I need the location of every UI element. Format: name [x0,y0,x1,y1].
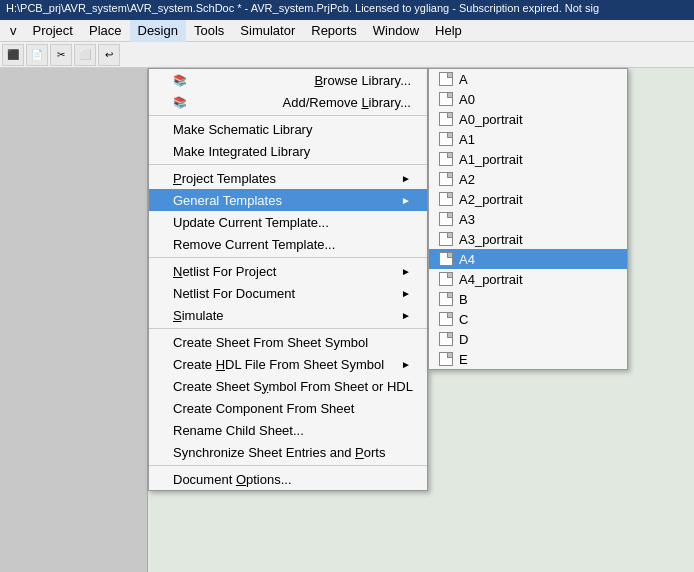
template-A3-icon [437,212,455,226]
template-E[interactable]: E [429,349,627,369]
menu-create-component[interactable]: Create Component From Sheet [149,397,427,419]
template-A1[interactable]: A1 [429,129,627,149]
menu-make-integrated-library[interactable]: Make Integrated Library [149,140,427,162]
template-A2[interactable]: A2 [429,169,627,189]
template-A2-portrait-icon [437,192,455,206]
menu-item-window[interactable]: Window [365,20,427,42]
template-A4[interactable]: A4 [429,249,627,269]
toolbar-btn-3[interactable]: ✂ [50,44,72,66]
netlist-document-arrow: ► [401,288,411,299]
menu-simulate[interactable]: Simulate ► [149,304,427,326]
template-A4-portrait[interactable]: A4_portrait [429,269,627,289]
netlist-for-project-label: Netlist For Project [173,264,276,279]
menu-update-current-template[interactable]: Update Current Template... [149,211,427,233]
template-D-icon [437,332,455,346]
title-bar: H:\PCB_prj\AVR_system\AVR_system.SchDoc … [0,0,694,20]
template-A4-icon [437,252,455,266]
template-A-icon [437,72,455,86]
document-options-label: Document Options... [173,472,292,487]
make-integrated-library-label: Make Integrated Library [173,144,310,159]
toolbar-btn-2[interactable]: 📄 [26,44,48,66]
template-A0-portrait-icon [437,112,455,126]
template-A2-icon [437,172,455,186]
template-A0[interactable]: A0 [429,89,627,109]
template-A3-label: A3 [459,212,475,227]
menu-browse-library[interactable]: 📚 Browse Library... [149,69,427,91]
make-schematic-library-label: Make Schematic Library [173,122,312,137]
template-A1-label: A1 [459,132,475,147]
template-A1-portrait-label: A1_portrait [459,152,523,167]
template-C[interactable]: C [429,309,627,329]
menu-item-design[interactable]: Design [130,20,186,42]
create-component-label: Create Component From Sheet [173,401,354,416]
template-A3-portrait-label: A3_portrait [459,232,523,247]
template-E-icon [437,352,455,366]
template-A2-portrait-label: A2_portrait [459,192,523,207]
menu-create-sheet-from-symbol[interactable]: Create Sheet From Sheet Symbol [149,331,427,353]
menu-item-simulator[interactable]: Simulator [232,20,303,42]
rename-child-sheet-label: Rename Child Sheet... [173,423,304,438]
menu-bar: v Project Place Design Tools Simulator R… [0,20,694,42]
template-A0-portrait-label: A0_portrait [459,112,523,127]
templates-submenu: A A0 A0_portrait A1 A1_portrait [428,68,628,370]
netlist-project-arrow: ► [401,266,411,277]
project-templates-label: Project Templates [173,171,276,186]
template-D[interactable]: D [429,329,627,349]
menu-netlist-for-document[interactable]: Netlist For Document ► [149,282,427,304]
menu-item-reports[interactable]: Reports [303,20,365,42]
menu-add-remove-library[interactable]: 📚 Add/Remove Library... [149,91,427,113]
divider-1 [149,115,427,116]
menu-general-templates[interactable]: General Templates ► [149,189,427,211]
left-panel [0,68,148,572]
template-A3-portrait[interactable]: A3_portrait [429,229,627,249]
template-D-label: D [459,332,468,347]
design-dropdown-menu: 📚 Browse Library... 📚 Add/Remove Library… [148,68,428,491]
menu-create-hdl-file[interactable]: Create HDL File From Sheet Symbol ► [149,353,427,375]
toolbar-btn-1[interactable]: ⬛ [2,44,24,66]
menu-item-tools[interactable]: Tools [186,20,232,42]
toolbar-btn-4[interactable]: ⬜ [74,44,96,66]
menu-project-templates[interactable]: Project Templates ► [149,167,427,189]
menu-item-view[interactable]: v [2,20,25,42]
browse-library-label: Browse Library... [314,73,411,88]
template-A4-portrait-label: A4_portrait [459,272,523,287]
content-area: 📚 Browse Library... 📚 Add/Remove Library… [0,68,694,572]
toolbar-btn-5[interactable]: ↩ [98,44,120,66]
menu-synchronize-sheet-entries[interactable]: Synchronize Sheet Entries and Ports [149,441,427,463]
create-sheet-from-symbol-label: Create Sheet From Sheet Symbol [173,335,368,350]
template-A0-portrait[interactable]: A0_portrait [429,109,627,129]
netlist-for-document-label: Netlist For Document [173,286,295,301]
template-C-icon [437,312,455,326]
menu-create-sheet-symbol[interactable]: Create Sheet Symbol From Sheet or HDL [149,375,427,397]
toolbar: ⬛ 📄 ✂ ⬜ ↩ [0,42,694,68]
create-hdl-file-label: Create HDL File From Sheet Symbol [173,357,384,372]
menu-item-place[interactable]: Place [81,20,130,42]
update-current-template-label: Update Current Template... [173,215,329,230]
menu-netlist-for-project[interactable]: Netlist For Project ► [149,260,427,282]
template-A2-label: A2 [459,172,475,187]
template-A0-icon [437,92,455,106]
template-A1-portrait-icon [437,152,455,166]
template-B[interactable]: B [429,289,627,309]
general-templates-arrow: ► [401,195,411,206]
template-A2-portrait[interactable]: A2_portrait [429,189,627,209]
menu-item-project[interactable]: Project [25,20,81,42]
template-A[interactable]: A [429,69,627,89]
template-A1-icon [437,132,455,146]
menu-rename-child-sheet[interactable]: Rename Child Sheet... [149,419,427,441]
template-A3-portrait-icon [437,232,455,246]
template-C-label: C [459,312,468,327]
menu-remove-current-template[interactable]: Remove Current Template... [149,233,427,255]
simulate-arrow: ► [401,310,411,321]
template-A3[interactable]: A3 [429,209,627,229]
divider-5 [149,465,427,466]
menu-make-schematic-library[interactable]: Make Schematic Library [149,118,427,140]
title-text: H:\PCB_prj\AVR_system\AVR_system.SchDoc … [6,2,599,14]
template-B-label: B [459,292,468,307]
template-A0-label: A0 [459,92,475,107]
remove-current-template-label: Remove Current Template... [173,237,335,252]
menu-item-help[interactable]: Help [427,20,470,42]
menu-document-options[interactable]: Document Options... [149,468,427,490]
template-A1-portrait[interactable]: A1_portrait [429,149,627,169]
divider-2 [149,164,427,165]
